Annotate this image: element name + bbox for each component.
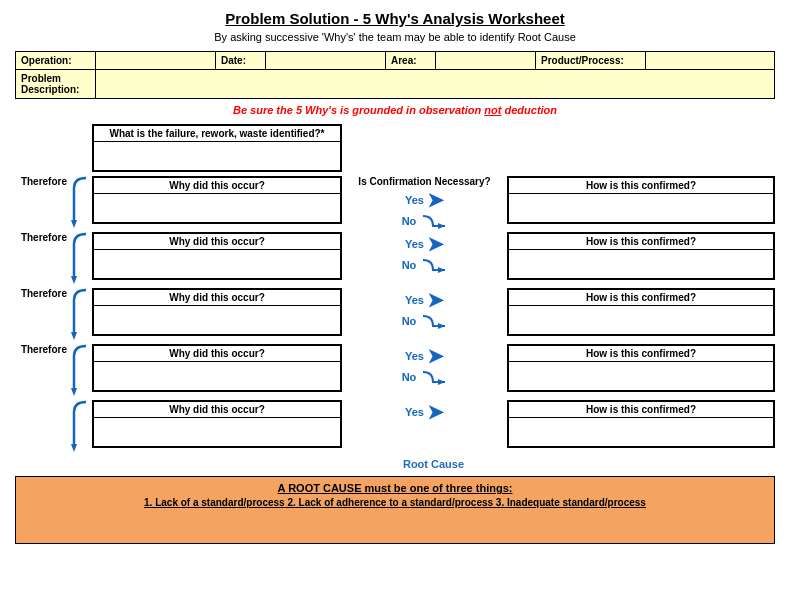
svg-marker-7 [438,379,445,385]
failure-box[interactable]: What is the failure, rework, waste ident… [92,124,342,172]
svg-marker-5 [438,323,445,329]
product-value[interactable] [646,52,775,70]
svg-marker-1 [438,223,445,229]
right-arrow-2: ➤ [427,232,444,256]
yes-line-4: Yes ➤ [405,344,444,368]
why-input-5[interactable] [94,418,340,446]
root-cause-empty[interactable] [26,508,764,538]
failure-input[interactable] [94,142,340,170]
no-line-2: No [402,256,448,274]
confirm-label-3: How is this confirmed? [509,290,773,306]
right-arrow-3: ➤ [427,288,444,312]
confirm-input-4[interactable] [509,362,773,390]
area-value[interactable] [436,52,536,70]
yes-line-5: Yes ➤ [405,400,444,424]
confirm-box-3[interactable]: How is this confirmed? [507,288,775,336]
confirm-box-2[interactable]: How is this confirmed? [507,232,775,280]
why-input-4[interactable] [94,362,340,390]
product-label: Product/Process: [536,52,646,70]
why-input-3[interactable] [94,306,340,334]
no-line-3: No [402,312,448,330]
confirm-box-1[interactable]: How is this confirmed? [507,176,775,224]
why-input-1[interactable] [94,194,340,222]
confirm-box-5[interactable]: How is this confirmed? [507,400,775,448]
svg-marker-3 [438,267,445,273]
failure-label: What is the failure, rework, waste ident… [94,126,340,142]
right-arrow-1: ➤ [427,188,444,212]
confirm-label-4: How is this confirmed? [509,346,773,362]
therefore-1: Therefore [15,176,70,187]
right-arrow-4: ➤ [427,344,444,368]
conf-header-1: Is Confirmation Necessary? [358,176,490,187]
confirm-input-1[interactable] [509,194,773,222]
confirm-box-4[interactable]: How is this confirmed? [507,344,775,392]
why-box-1[interactable]: Why did this occur? [92,176,342,224]
info-table: Operation: Date: Area: Product/Process: … [15,51,775,99]
confirm-label-1: How is this confirmed? [509,178,773,194]
svg-marker-0 [71,220,77,228]
date-value[interactable] [266,52,386,70]
svg-marker-4 [71,332,77,340]
curve-arrow-5 [70,400,92,454]
svg-marker-6 [71,388,77,396]
mid-3: Yes ➤ No [342,288,507,330]
why-row-4: Therefore Why did this occur? Yes ➤ No [15,344,775,398]
no-line-4: No [402,368,448,386]
therefore-4: Therefore [15,344,70,355]
why-row-1: Therefore Why did this occur? Is Confirm… [15,176,775,230]
subtitle: By asking successive 'Why's' the team ma… [15,31,775,43]
confirm-input-2[interactable] [509,250,773,278]
confirm-input-5[interactable] [509,418,773,446]
why-label-5: Why did this occur? [94,402,340,418]
therefore-3: Therefore [15,288,70,299]
why-label-1: Why did this occur? [94,178,340,194]
curve-arrow-1 [70,176,92,230]
why-label-3: Why did this occur? [94,290,340,306]
root-cause-title: A ROOT CAUSE must be one of three things… [26,482,764,494]
why-row-5: Why did this occur? Yes ➤ How is this co… [15,400,775,454]
page-title: Problem Solution - 5 Why's Analysis Work… [15,10,775,27]
mid-4: Yes ➤ No [342,344,507,386]
mid-1: Is Confirmation Necessary? Yes ➤ No [342,176,507,230]
yes-line-2: Yes ➤ [405,232,444,256]
svg-marker-2 [71,276,77,284]
yes-line-1: Yes ➤ [405,188,444,212]
problem-label: Problem Description: [16,70,96,99]
date-label: Date: [216,52,266,70]
right-arrow-5: ➤ [427,400,444,424]
why-row-2: Therefore Why did this occur? Yes ➤ No [15,232,775,286]
why-label-2: Why did this occur? [94,234,340,250]
why-input-2[interactable] [94,250,340,278]
svg-marker-8 [71,444,77,452]
problem-value[interactable] [96,70,775,99]
header-row: What is the failure, rework, waste ident… [15,124,775,172]
bottom-section: A ROOT CAUSE must be one of three things… [15,476,775,544]
no-line-1: No [402,212,448,230]
root-cause-items: 1. Lack of a standard/process 2. Lack of… [26,497,764,508]
curve-arrow-3 [70,288,92,342]
worksheet-area: What is the failure, rework, waste ident… [15,124,775,470]
confirm-input-3[interactable] [509,306,773,334]
root-cause-label: Root Cause [92,458,775,470]
therefore-2: Therefore [15,232,70,243]
yes-line-3: Yes ➤ [405,288,444,312]
mid-2: Yes ➤ No [342,232,507,274]
area-label: Area: [386,52,436,70]
operation-label: Operation: [16,52,96,70]
warning-text: Be sure the 5 Why's is grounded in obser… [15,104,775,116]
why-row-3: Therefore Why did this occur? Yes ➤ No [15,288,775,342]
confirm-label-5: How is this confirmed? [509,402,773,418]
why-box-3[interactable]: Why did this occur? [92,288,342,336]
why-box-2[interactable]: Why did this occur? [92,232,342,280]
why-box-4[interactable]: Why did this occur? [92,344,342,392]
mid-5: Yes ➤ [342,400,507,424]
why-label-4: Why did this occur? [94,346,340,362]
curve-arrow-4 [70,344,92,398]
curve-arrow-2 [70,232,92,286]
confirm-label-2: How is this confirmed? [509,234,773,250]
operation-value[interactable] [96,52,216,70]
why-box-5[interactable]: Why did this occur? [92,400,342,448]
